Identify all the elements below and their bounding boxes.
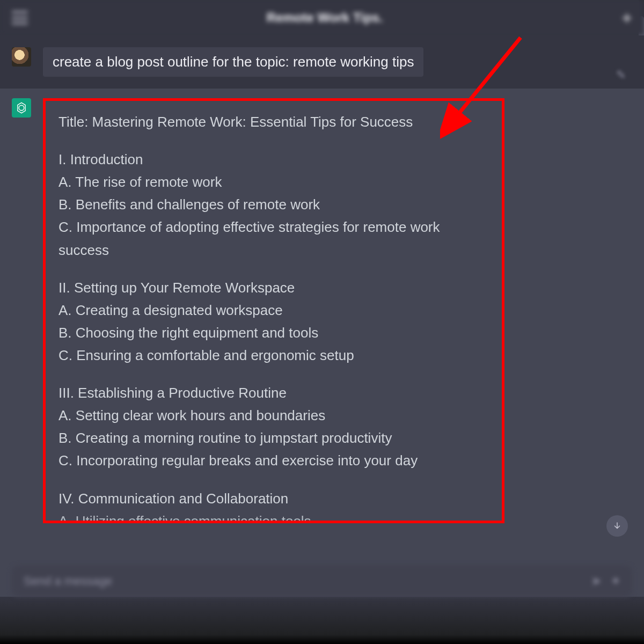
section-heading: III. Establishing a Productive Routine bbox=[58, 382, 489, 404]
section-item: C. Ensuring a comfortable and ergonomic … bbox=[58, 344, 489, 367]
scroll-to-bottom-button[interactable] bbox=[606, 515, 628, 537]
section-item: A. The rise of remote work bbox=[58, 171, 489, 193]
footer-gradient bbox=[0, 597, 644, 644]
user-avatar bbox=[12, 47, 31, 67]
input-placeholder: Send a message bbox=[24, 574, 591, 588]
openai-logo-icon bbox=[15, 101, 28, 114]
section-item: B. Benefits and challenges of remote wor… bbox=[58, 193, 489, 216]
send-icon[interactable]: ➤ bbox=[591, 574, 601, 588]
response-title: Title: Mastering Remote Work: Essential … bbox=[58, 111, 489, 133]
section-heading: IV. Communication and Collaboration bbox=[58, 487, 489, 510]
section-item: B. Creating a morning routine to jumpsta… bbox=[58, 427, 489, 449]
section-heading: II. Setting up Your Remote Workspace bbox=[58, 276, 489, 299]
edit-icon[interactable]: ✎ bbox=[616, 68, 626, 82]
input-bar: Send a message ➤ ✦ bbox=[0, 566, 644, 597]
assistant-avatar bbox=[12, 98, 31, 118]
user-message-row: create a blog post outline for the topic… bbox=[0, 35, 644, 89]
section-item: C. Incorporating regular breaks and exer… bbox=[58, 449, 489, 472]
assistant-response-highlight-box: Title: Mastering Remote Work: Essential … bbox=[43, 98, 504, 523]
header: Remote Work Tips. + bbox=[0, 0, 644, 35]
svg-point-0 bbox=[19, 105, 24, 111]
chat-title: Remote Work Tips. bbox=[28, 10, 621, 25]
section-item: A. Creating a designated workspace bbox=[58, 299, 489, 321]
chat-app: Remote Work Tips. + create a blog post o… bbox=[0, 0, 644, 644]
section-item: A. Setting clear work hours and boundari… bbox=[58, 404, 489, 427]
user-message-text: create a blog post outline for the topic… bbox=[43, 47, 423, 77]
section-heading: I. Introduction bbox=[58, 148, 489, 171]
section-item: B. Choosing the right equipment and tool… bbox=[58, 321, 489, 344]
assistant-message-row: Title: Mastering Remote Work: Essential … bbox=[0, 89, 644, 631]
section-item-cut: A. Utilizing effective communication too… bbox=[58, 510, 489, 521]
menu-icon[interactable] bbox=[12, 11, 28, 24]
new-chat-icon[interactable]: + bbox=[621, 10, 632, 26]
message-input[interactable]: Send a message ➤ ✦ bbox=[12, 566, 632, 597]
section-item: C. Importance of adopting effective stra… bbox=[58, 216, 489, 261]
regen-icon[interactable]: ✦ bbox=[611, 574, 620, 588]
arrow-down-icon bbox=[612, 521, 622, 531]
